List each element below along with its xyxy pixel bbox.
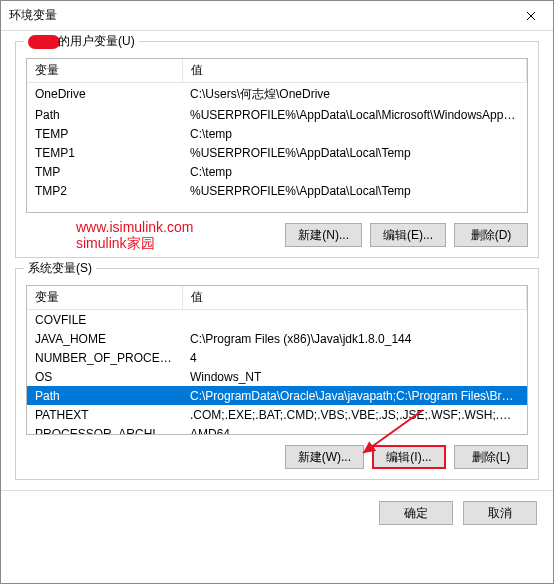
var-name-cell: PATHEXT bbox=[27, 405, 182, 424]
table-row[interactable]: OneDriveC:\Users\何志煌\OneDrive bbox=[27, 83, 527, 106]
table-row[interactable]: NUMBER_OF_PROCESSORS4 bbox=[27, 348, 527, 367]
var-value-cell: C:\ProgramData\Oracle\Java\javapath;C:\P… bbox=[182, 386, 527, 405]
user-delete-button[interactable]: 删除(D) bbox=[454, 223, 528, 247]
table-row[interactable]: TMPC:\temp bbox=[27, 162, 527, 181]
user-new-button[interactable]: 新建(N)... bbox=[285, 223, 362, 247]
var-value-cell: C:\Program Files (x86)\Java\jdk1.8.0_144 bbox=[182, 329, 527, 348]
table-row[interactable]: Path%USERPROFILE%\AppData\Local\Microsof… bbox=[27, 105, 527, 124]
titlebar: 环境变量 bbox=[1, 1, 553, 31]
cancel-button[interactable]: 取消 bbox=[463, 501, 537, 525]
sys-new-button[interactable]: 新建(W)... bbox=[285, 445, 364, 469]
var-name-cell: OneDrive bbox=[27, 83, 182, 106]
table-row[interactable]: OSWindows_NT bbox=[27, 367, 527, 386]
var-name-cell: PROCESSOR_ARCHITECT... bbox=[27, 424, 182, 435]
table-row[interactable]: PATHEXT.COM;.EXE;.BAT;.CMD;.VBS;.VBE;.JS… bbox=[27, 405, 527, 424]
user-col-value[interactable]: 值 bbox=[182, 59, 527, 83]
var-value-cell: %USERPROFILE%\AppData\Local\Temp bbox=[182, 181, 527, 200]
var-name-cell: TMP bbox=[27, 162, 182, 181]
system-group-label: 系统变量(S) bbox=[24, 260, 96, 277]
table-row[interactable]: JAVA_HOMEC:\Program Files (x86)\Java\jdk… bbox=[27, 329, 527, 348]
user-col-variable[interactable]: 变量 bbox=[27, 59, 182, 83]
var-name-cell: OS bbox=[27, 367, 182, 386]
var-value-cell: C:\temp bbox=[182, 162, 527, 181]
var-value-cell: .COM;.EXE;.BAT;.CMD;.VBS;.VBE;.JS;.JSE;.… bbox=[182, 405, 527, 424]
var-name-cell: Path bbox=[27, 105, 182, 124]
close-button[interactable] bbox=[508, 1, 553, 31]
user-group-label: 的用户变量(U) bbox=[24, 33, 139, 50]
var-name-cell: TEMP1 bbox=[27, 143, 182, 162]
var-value-cell: C:\Users\何志煌\OneDrive bbox=[182, 83, 527, 106]
sys-delete-button[interactable]: 删除(L) bbox=[454, 445, 528, 469]
var-value-cell: AMD64 bbox=[182, 424, 527, 435]
system-variables-table[interactable]: 变量 值 COVFILEJAVA_HOMEC:\Program Files (x… bbox=[26, 285, 528, 435]
var-name-cell: TEMP bbox=[27, 124, 182, 143]
user-variables-group: 的用户变量(U) 变量 值 OneDriveC:\Users\何志煌\OneDr… bbox=[15, 41, 539, 258]
var-name-cell: COVFILE bbox=[27, 310, 182, 330]
watermark: www.isimulink.com simulink家园 bbox=[76, 219, 193, 251]
var-value-cell: 4 bbox=[182, 348, 527, 367]
redacted-blob bbox=[28, 35, 60, 49]
var-value-cell bbox=[182, 310, 527, 330]
window-title: 环境变量 bbox=[9, 7, 57, 24]
ok-button[interactable]: 确定 bbox=[379, 501, 453, 525]
var-value-cell: C:\temp bbox=[182, 124, 527, 143]
var-name-cell: Path bbox=[27, 386, 182, 405]
var-name-cell: JAVA_HOME bbox=[27, 329, 182, 348]
sys-edit-button[interactable]: 编辑(I)... bbox=[372, 445, 446, 469]
table-row[interactable]: COVFILE bbox=[27, 310, 527, 330]
table-row[interactable]: TMP2%USERPROFILE%\AppData\Local\Temp bbox=[27, 181, 527, 200]
table-row[interactable]: PathC:\ProgramData\Oracle\Java\javapath;… bbox=[27, 386, 527, 405]
table-row[interactable]: TEMP1%USERPROFILE%\AppData\Local\Temp bbox=[27, 143, 527, 162]
var-value-cell: %USERPROFILE%\AppData\Local\Microsoft\Wi… bbox=[182, 105, 527, 124]
table-row[interactable]: PROCESSOR_ARCHITECT...AMD64 bbox=[27, 424, 527, 435]
system-variables-group: 系统变量(S) 变量 值 COVFILEJAVA_HOMEC:\Program … bbox=[15, 268, 539, 480]
var-value-cell: %USERPROFILE%\AppData\Local\Temp bbox=[182, 143, 527, 162]
var-value-cell: Windows_NT bbox=[182, 367, 527, 386]
user-variables-table[interactable]: 变量 值 OneDriveC:\Users\何志煌\OneDrivePath%U… bbox=[26, 58, 528, 213]
dialog-button-row: 确定 取消 bbox=[1, 490, 553, 535]
sys-col-variable[interactable]: 变量 bbox=[27, 286, 182, 310]
var-name-cell: TMP2 bbox=[27, 181, 182, 200]
close-icon bbox=[526, 11, 536, 21]
user-edit-button[interactable]: 编辑(E)... bbox=[370, 223, 446, 247]
table-row[interactable]: TEMPC:\temp bbox=[27, 124, 527, 143]
var-name-cell: NUMBER_OF_PROCESSORS bbox=[27, 348, 182, 367]
sys-col-value[interactable]: 值 bbox=[182, 286, 527, 310]
